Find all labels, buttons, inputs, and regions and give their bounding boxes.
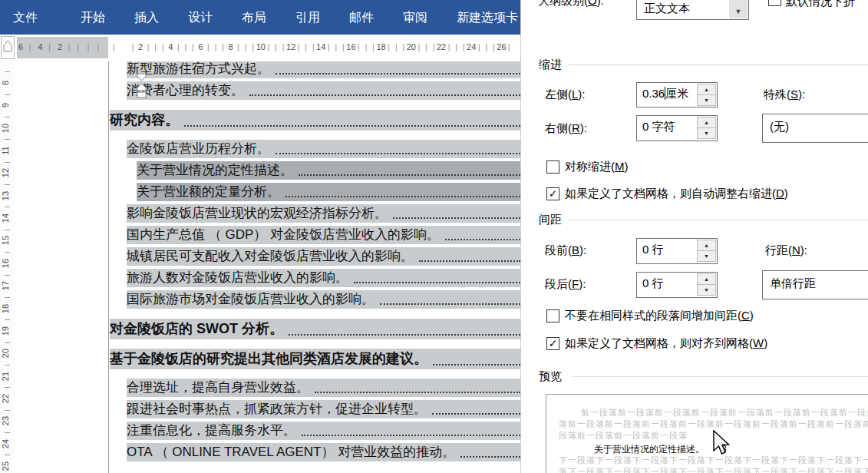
- spin-down-icon[interactable]: ▼: [697, 128, 716, 139]
- toc-entry[interactable]: 关于营业情况的定性描述。: [137, 161, 520, 180]
- ruler-tick: |: [162, 43, 164, 51]
- indent-left-input[interactable]: 0.36厘米 ▲ ▼: [636, 82, 718, 108]
- ruler-number: 19: [1, 325, 12, 337]
- ruler-tick: [5, 432, 10, 433]
- toc-entry-text: 国内生产总值 （ GDP） 对金陵饭店营业收入的影响。: [127, 226, 440, 244]
- ruler-tick: |: [342, 43, 345, 51]
- toc-entry-text: 注重信息化，提高服务水平。: [127, 422, 296, 440]
- mirror-indents-checkbox[interactable]: [546, 160, 559, 174]
- dot-leader: [302, 435, 520, 436]
- toc-entry[interactable]: 消费者心理的转变。: [127, 81, 520, 100]
- dot-leader: [249, 94, 520, 96]
- space-before-spinner[interactable]: ▲ ▼: [697, 240, 716, 262]
- ruler-number: 22: [437, 42, 446, 51]
- ruler-tick: [5, 139, 10, 140]
- toc-entry[interactable]: 注重信息化，提高服务水平。: [127, 422, 520, 440]
- tab-stop-selector[interactable]: [1, 36, 15, 62]
- toc-entry[interactable]: 关于营业额的定量分析。: [137, 183, 520, 201]
- ribbon-tab-2[interactable]: 开始: [66, 0, 120, 35]
- toc-entry[interactable]: 国际旅游市场对金陵饭店营业收入的影响。: [127, 290, 520, 309]
- ruler-tick: [5, 319, 10, 320]
- ruler-tick: [5, 342, 10, 343]
- spin-down-icon[interactable]: ▼: [697, 285, 716, 296]
- toc-entry[interactable]: 国内生产总值 （ GDP） 对金陵饭店营业收入的影响。: [127, 226, 520, 244]
- dropdown-arrow-icon[interactable]: ▼: [729, 0, 748, 18]
- toc-entry[interactable]: 基于金陵饭店的研究提出其他同类酒店发展的建议。: [110, 349, 520, 369]
- ruler-tick: |: [417, 43, 420, 51]
- document-page[interactable]: 新型旅游住宿方式兴起。消费者心理的转变。研究内容。金陵饭店营业历程分析。关于营业…: [15, 61, 520, 473]
- spin-up-icon[interactable]: ▲: [697, 117, 716, 128]
- toc-entry[interactable]: 影响金陵饭店营业现状的宏观经济指标分析。: [127, 204, 520, 223]
- snap-to-grid-checkbox[interactable]: ✓: [546, 337, 559, 350]
- toc-entry[interactable]: 旅游人数对金陵饭店营业收入的影响。: [127, 269, 520, 287]
- spin-down-icon[interactable]: ▼: [697, 251, 716, 262]
- mirror-indents-label: 对称缩进(M): [565, 160, 629, 174]
- toc-entry[interactable]: 合理选址，提高自身营业效益。: [127, 379, 520, 397]
- auto-adjust-right-indent-checkbox[interactable]: ✓: [546, 187, 559, 200]
- ruler-tick: [5, 365, 10, 366]
- line-spacing-dropdown[interactable]: 单倍行距: [762, 270, 868, 299]
- paragraph-dialog: 大纲级别(O): 正文文本 ▼ 默认情况下折 缩进 左侧(L): 0.36厘米 …: [520, 0, 868, 473]
- ribbon-tab-8[interactable]: 审阅: [388, 0, 442, 35]
- ruler-tick: |: [237, 43, 239, 51]
- horizontal-ruler: 6|4|2|||| ||2|||4|||6|||8|||10|||12|||14…: [0, 35, 520, 61]
- toc-entry[interactable]: 城镇居民可支配收入对金陵饭店营业收入的影响。: [127, 247, 520, 266]
- indent-right-input[interactable]: 0 字符 ▲ ▼: [636, 115, 718, 141]
- toc-entry[interactable]: OTA （ ONLINE TRAVEL AGENT） 对营业效益的推动。: [127, 443, 520, 461]
- ruler-margin-segment: 6|4|2||||: [17, 37, 108, 58]
- preview-before-line: 落前一段落前一段落前一段落前一段落前一段落前一段落前一段落前一段落前一段落前: [559, 418, 868, 430]
- ruler-number: 11: [1, 144, 12, 157]
- ruler-number: 21: [1, 370, 12, 382]
- toc-entry-text: 新型旅游住宿方式兴起。: [127, 61, 270, 78]
- indent-left-spinner[interactable]: ▲ ▼: [697, 84, 716, 106]
- toc-entry[interactable]: 跟进社会时事热点，抓紧政策方针，促进企业转型。: [127, 400, 520, 418]
- ruler-tick: |: [388, 43, 390, 51]
- dot-leader: [276, 73, 520, 74]
- text-boundary-line: [108, 61, 109, 473]
- ribbon-tab-7[interactable]: 邮件: [335, 0, 388, 35]
- indent-right-spinner[interactable]: ▲ ▼: [697, 117, 716, 139]
- outline-level-dropdown[interactable]: 正文文本 ▼: [636, 0, 749, 20]
- ribbon-tab-1[interactable]: 文件: [0, 0, 51, 35]
- ruler-number: 17: [1, 280, 12, 292]
- ruler-number: 12: [1, 167, 12, 179]
- toc-entry[interactable]: 金陵饭店营业历程分析。: [127, 140, 520, 158]
- ribbon-tab-9[interactable]: 新建选项卡: [442, 0, 533, 35]
- toc-entry[interactable]: 对金陵饭店的 SWOT 分析。: [110, 319, 520, 339]
- ruler-tick: [5, 230, 10, 230]
- dot-leader: [289, 334, 520, 336]
- ruler-tick: |: [485, 43, 487, 51]
- no-space-same-style-checkbox[interactable]: [546, 309, 559, 322]
- hanging-indent-marker[interactable]: [137, 83, 147, 102]
- ruler-number: 6: [198, 42, 203, 51]
- toc-entry-text: 跟进社会时事热点，抓紧政策方针，促进企业转型。: [127, 400, 427, 418]
- ribbon-tab-4[interactable]: 设计: [173, 0, 227, 35]
- ruler-tick: |: [113, 43, 115, 51]
- ruler-tick: |: [222, 43, 224, 51]
- ruler-tick: |: [478, 43, 480, 51]
- dot-leader: [276, 153, 520, 154]
- toc-entry[interactable]: 新型旅游住宿方式兴起。: [127, 61, 520, 78]
- collapsed-by-default-checkbox[interactable]: [768, 0, 781, 6]
- spin-up-icon[interactable]: ▲: [697, 84, 716, 95]
- space-after-spinner[interactable]: ▲ ▼: [697, 273, 716, 296]
- toc-entry[interactable]: 研究内容。: [110, 110, 520, 131]
- spin-up-icon[interactable]: ▲: [697, 273, 716, 285]
- ribbon-tab-5[interactable]: 布局: [227, 0, 281, 35]
- space-before-input[interactable]: 0 行 ▲ ▼: [636, 238, 718, 264]
- space-after-input[interactable]: 0 行 ▲ ▼: [636, 272, 718, 298]
- ribbon-tab-6[interactable]: 引用: [281, 0, 335, 35]
- dot-leader: [419, 260, 520, 262]
- spin-down-icon[interactable]: ▼: [697, 95, 716, 106]
- ruler-tick: [5, 162, 10, 163]
- indent-special-dropdown[interactable]: (无): [762, 114, 868, 143]
- ribbon-tab-3[interactable]: 插入: [120, 0, 173, 35]
- toc-entry-text: 关于营业情况的定性描述。: [137, 161, 293, 180]
- spin-up-icon[interactable]: ▲: [697, 240, 716, 251]
- ruler-tick: |: [395, 43, 398, 51]
- ruler-tick: |: [78, 43, 80, 51]
- indent-right-label: 右侧(R):: [545, 121, 587, 136]
- dot-leader: [380, 303, 520, 305]
- indent-left-label: 左侧(L):: [545, 88, 586, 102]
- ruler-number: 14: [316, 42, 325, 51]
